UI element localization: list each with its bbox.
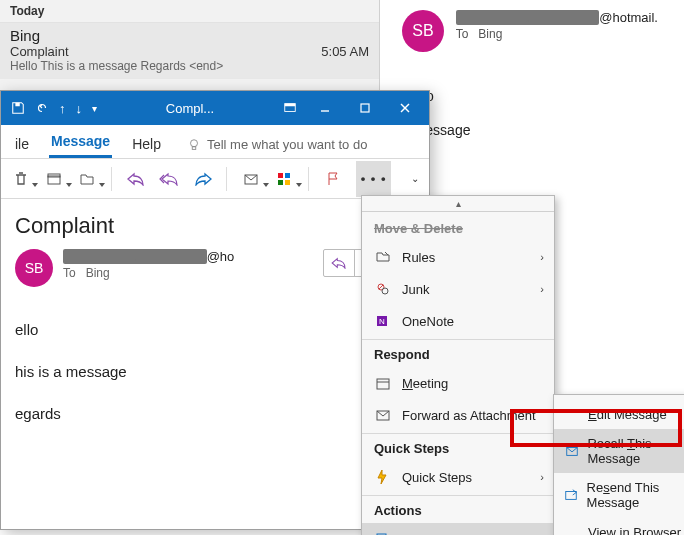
from-suffix: @ho [207, 249, 235, 264]
date-group-header: Today [0, 0, 379, 23]
resend-icon [564, 487, 579, 503]
svg-line-18 [379, 285, 383, 289]
collapse-handle[interactable]: ▴ [362, 198, 554, 212]
menu-onenote[interactable]: N OneNote [362, 305, 554, 337]
quick-steps-icon [374, 468, 392, 486]
meeting-icon [374, 374, 392, 392]
redacted-from: . [456, 10, 600, 25]
avatar: SB [402, 10, 444, 52]
tab-file[interactable]: ile [13, 130, 31, 158]
maximize-button[interactable] [345, 91, 385, 125]
preview: Hello This is a message Regards <end> [10, 59, 369, 73]
menu-header-quick-steps: Quick Steps [362, 433, 554, 461]
menu-forward-attachment[interactable]: Forward as Attachment [362, 399, 554, 431]
time: 5:05 AM [321, 44, 369, 59]
minimize-button[interactable] [305, 91, 345, 125]
menu-actions[interactable]: Actions› [362, 523, 554, 535]
body-line: a message [402, 114, 664, 148]
body-line: egards [15, 393, 415, 435]
titlebar: ↑ ↓ ▾ Compl... [1, 91, 429, 125]
svg-rect-13 [285, 173, 290, 178]
submenu-recall-message[interactable]: Recall This Message [554, 429, 684, 473]
lightbulb-icon [187, 138, 201, 152]
menu-header-respond: Respond [362, 339, 554, 367]
tell-me-search[interactable]: Tell me what you want to do [187, 137, 367, 158]
svg-point-17 [382, 288, 388, 294]
forward-button[interactable] [193, 169, 212, 189]
svg-rect-14 [278, 180, 283, 185]
overflow-button[interactable]: • • • [356, 161, 391, 197]
to-value: Bing [478, 27, 502, 41]
forward-attach-icon [374, 406, 392, 424]
reply-all-button[interactable] [159, 169, 179, 189]
svg-rect-21 [377, 379, 389, 389]
tab-help[interactable]: Help [130, 130, 163, 158]
move-button[interactable] [78, 169, 97, 189]
svg-rect-2 [285, 104, 296, 107]
svg-rect-15 [285, 180, 290, 185]
to-label: To [456, 27, 469, 41]
junk-icon [374, 280, 392, 298]
actions-submenu: Edit Message Recall This Message Resend … [553, 394, 684, 535]
ribbon-chevron-icon[interactable]: ⌄ [411, 173, 419, 184]
archive-button[interactable] [44, 169, 63, 189]
svg-rect-4 [361, 104, 369, 112]
menu-quick-steps[interactable]: Quick Steps› [362, 461, 554, 493]
save-icon[interactable] [11, 101, 25, 115]
to-value: Bing [86, 266, 110, 280]
sender: Bing [10, 27, 40, 44]
menu-junk[interactable]: Junk› [362, 273, 554, 305]
menu-rules[interactable]: Rules› [362, 241, 554, 273]
message-list-item[interactable]: Bing Complaint 5:05 AM Hello This is a m… [0, 23, 379, 79]
body-line: Hello [402, 80, 664, 114]
delete-button[interactable] [11, 169, 30, 189]
svg-rect-12 [278, 173, 283, 178]
ribbon: • • • ⌄ [1, 159, 429, 199]
qat-customize-icon[interactable]: ▾ [92, 103, 97, 114]
email-domain: @hotmail. [599, 10, 658, 25]
undo-icon[interactable] [35, 101, 49, 115]
menu-header-move-delete: Move & Delete [362, 214, 554, 241]
mark-unread-button[interactable] [241, 169, 260, 189]
body-line: his is a message [15, 351, 415, 393]
submenu-resend-message[interactable]: Resend This Message [554, 473, 684, 517]
recall-icon [564, 443, 579, 459]
tab-message[interactable]: Message [49, 127, 112, 158]
to-label: To [63, 266, 76, 280]
down-arrow-icon[interactable]: ↓ [76, 101, 83, 116]
ribbon-display-icon[interactable] [283, 101, 297, 115]
overflow-menu: ▴ Move & Delete Rules› Junk› N OneNote R… [361, 195, 555, 535]
reply-button[interactable] [324, 250, 354, 276]
avatar: SB [15, 249, 53, 287]
flag-button[interactable] [323, 169, 342, 189]
message-subject: Complaint [15, 213, 415, 239]
actions-icon [374, 530, 392, 535]
rules-icon [374, 248, 392, 266]
menu-meeting[interactable]: MMeetingeeting [362, 367, 554, 399]
svg-text:N: N [379, 317, 385, 326]
body-line: ello [15, 309, 415, 351]
close-button[interactable] [385, 91, 425, 125]
categorize-button[interactable] [275, 169, 294, 189]
up-arrow-icon[interactable]: ↑ [59, 101, 66, 116]
subject: Complaint [10, 44, 69, 59]
svg-rect-0 [15, 103, 19, 107]
onenote-icon: N [374, 312, 392, 330]
reply-button[interactable] [126, 169, 145, 189]
svg-rect-8 [192, 146, 196, 149]
svg-rect-26 [566, 492, 577, 500]
window-title: Compl... [105, 101, 275, 116]
menu-header-actions: Actions [362, 495, 554, 523]
redacted-from: . [63, 249, 207, 264]
svg-point-7 [190, 139, 197, 146]
submenu-edit-message[interactable]: Edit Message [554, 399, 684, 429]
submenu-view-in-browser[interactable]: View in Browser [554, 517, 684, 535]
